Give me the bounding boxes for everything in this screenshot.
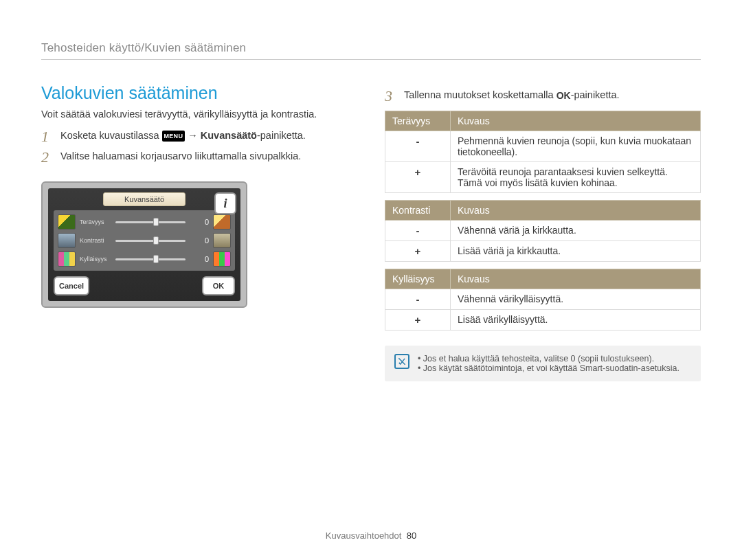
row-value: 0	[201, 236, 209, 245]
table-row: -Vähennä väriä ja kirkkautta.	[385, 221, 701, 241]
cell-sign: -	[385, 131, 451, 162]
cell-desc: Lisää väriä ja kirkkautta.	[451, 241, 701, 262]
step-number: 3	[385, 89, 397, 104]
device-frame: i Kuvansäätö Terävyys 0	[41, 181, 247, 308]
thumb-icon	[213, 251, 231, 267]
th: Kuvaus	[451, 111, 701, 131]
row-value: 0	[201, 255, 209, 263]
cell-sign: +	[385, 241, 451, 262]
emphasis: Kuvansäätö	[201, 130, 257, 141]
step-number: 1	[41, 129, 54, 144]
cell-sign: +	[385, 310, 451, 331]
step-text: Valitse haluamasi korjausarvo liikuttama…	[60, 150, 301, 164]
info-button[interactable]: i	[214, 192, 236, 214]
row-saturation: Kylläisyys 0	[58, 251, 231, 267]
row-sharpness: Terävyys 0	[58, 214, 231, 229]
device-figure: i Kuvansäätö Terävyys 0	[41, 181, 357, 308]
table-sharpness: TerävyysKuvaus -Pehmennä kuvien reunoja …	[385, 111, 701, 193]
note-box: Jos et halua käyttää tehosteita, valitse…	[385, 346, 701, 381]
note-item: Jos käytät säätötoimintoja, et voi käytt…	[418, 363, 679, 373]
table-row: +Lisää värikylläisyyttä.	[385, 310, 701, 331]
row-contrast: Kontrasti 0	[58, 233, 231, 248]
th: Terävyys	[385, 111, 451, 131]
right-column: 3 Tallenna muutokset koskettamalla OK-pa…	[385, 83, 701, 381]
th: Kuvaus	[451, 269, 701, 289]
text: -painiketta.	[257, 130, 306, 141]
step-text: Tallenna muutokset koskettamalla OK-pain…	[404, 89, 620, 102]
note-list: Jos et halua käyttää tehosteita, valitse…	[418, 354, 679, 373]
step-1: 1 Kosketa kuvaustilassa MENU → Kuvansäät…	[41, 129, 357, 144]
th: Kontrasti	[385, 201, 451, 221]
breadcrumb: Tehosteiden käyttö/Kuvien säätäminen	[41, 41, 701, 55]
thumb-icon	[58, 251, 76, 267]
table-row: -Pehmennä kuvien reunoja (sopii, kun kuv…	[385, 131, 701, 162]
table-row: +Lisää väriä ja kirkkautta.	[385, 241, 701, 262]
step-2: 2 Valitse haluamasi korjausarvo liikutta…	[41, 150, 357, 165]
row-value: 0	[201, 218, 209, 226]
row-label: Kylläisyys	[80, 256, 111, 262]
table-row: +Terävöitä reunoja parantaaksesi kuvien …	[385, 162, 701, 193]
table-row: -Vähennä värikylläisyyttä.	[385, 289, 701, 310]
menu-chip-icon: MENU	[162, 131, 186, 142]
text: Kosketa kuvaustilassa	[60, 130, 162, 141]
cell-desc: Vähennä väriä ja kirkkautta.	[451, 221, 701, 241]
contrast-slider[interactable]	[115, 236, 196, 245]
thumb-icon	[58, 233, 76, 248]
note-item: Jos et halua käyttää tehosteita, valitse…	[418, 354, 679, 363]
text: →	[185, 130, 201, 141]
note-icon	[394, 354, 409, 369]
thumb-icon	[58, 214, 76, 229]
section-heading: Valokuvien säätäminen	[41, 83, 357, 103]
text: -painiketta.	[571, 89, 620, 100]
text: Tallenna muutokset koskettamalla	[404, 89, 556, 100]
device-screen: i Kuvansäätö Terävyys 0	[48, 188, 240, 301]
th: Kylläisyys	[385, 269, 451, 289]
device-button-row: Cancel OK	[54, 276, 235, 295]
page-number: 80	[407, 530, 416, 541]
step-3: 3 Tallenna muutokset koskettamalla OK-pa…	[385, 89, 701, 104]
cell-desc: Terävöitä reunoja parantaaksesi kuvien s…	[451, 162, 701, 193]
cell-sign: -	[385, 289, 451, 310]
left-column: Valokuvien säätäminen Voit säätää valoku…	[41, 83, 357, 381]
thumb-icon	[213, 214, 231, 229]
page-footer: Kuvausvaihtoehdot 80	[0, 530, 742, 541]
ok-icon: OK	[556, 89, 571, 102]
sharpness-slider[interactable]	[115, 217, 196, 227]
adjustment-rows: Terävyys 0 Kontrasti 0	[54, 210, 235, 271]
content-columns: Valokuvien säätäminen Voit säätää valoku…	[41, 83, 701, 381]
manual-page: Tehosteiden käyttö/Kuvien säätäminen Val…	[0, 0, 742, 560]
divider	[41, 59, 701, 60]
footer-section: Kuvausvaihtoehdot	[326, 530, 402, 541]
cell-desc: Vähennä värikylläisyyttä.	[451, 289, 701, 310]
saturation-slider[interactable]	[115, 254, 196, 264]
step-number: 2	[41, 150, 54, 165]
panel-title: Kuvansäätö	[103, 192, 186, 206]
ok-button[interactable]: OK	[202, 276, 235, 295]
cancel-button[interactable]: Cancel	[54, 276, 89, 295]
table-contrast: KontrastiKuvaus -Vähennä väriä ja kirkka…	[385, 200, 701, 262]
table-saturation: KylläisyysKuvaus -Vähennä värikylläisyyt…	[385, 269, 701, 331]
cell-sign: -	[385, 221, 451, 241]
thumb-icon	[213, 233, 231, 248]
cell-sign: +	[385, 162, 451, 193]
section-intro: Voit säätää valokuviesi terävyyttä, väri…	[41, 109, 357, 120]
row-label: Terävyys	[80, 219, 111, 225]
step-text: Kosketa kuvaustilassa MENU → Kuvansäätö-…	[60, 129, 306, 143]
row-label: Kontrasti	[80, 237, 111, 244]
cell-desc: Lisää värikylläisyyttä.	[451, 310, 701, 331]
th: Kuvaus	[451, 201, 701, 221]
cell-desc: Pehmennä kuvien reunoja (sopii, kun kuvi…	[451, 131, 701, 162]
